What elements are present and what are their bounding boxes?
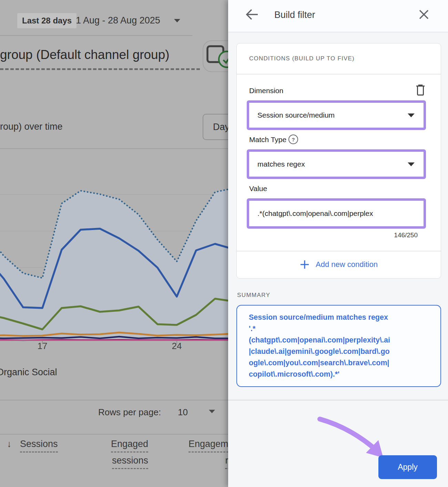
- dimension-dropdown[interactable]: Session source/medium: [247, 100, 426, 130]
- panel-header: Build filter: [228, 0, 448, 32]
- rows-per-page-value[interactable]: 10: [178, 407, 188, 418]
- value-input[interactable]: .*(chatgpt\.com|openai\.com|perplex: [247, 198, 426, 229]
- apply-button[interactable]: Apply: [378, 455, 437, 479]
- conditions-card: CONDITIONS (BUILD UP TO FIVE) Dimension …: [236, 43, 441, 279]
- plus-icon: [300, 260, 309, 269]
- previous-period-band-fill: [0, 189, 228, 341]
- header-divider: [0, 35, 192, 36]
- column-header-engagement-line2: rate: [225, 455, 228, 469]
- date-range-text[interactable]: 1 Aug - 28 Aug 2025: [76, 15, 160, 26]
- match-type-help-icon[interactable]: ?: [288, 135, 298, 144]
- value-input-text: .*(chatgpt\.com|openai\.com|perplex: [257, 209, 419, 218]
- magenta-series-line: [0, 340, 228, 340]
- pagination-divider: [0, 400, 228, 400]
- add-new-condition-button[interactable]: Add new condition: [237, 251, 441, 278]
- dimension-label: Dimension: [249, 87, 283, 95]
- back-arrow-icon[interactable]: [245, 8, 259, 21]
- chart-series: [0, 189, 228, 341]
- match-type-dropdown-value: matches regex: [257, 160, 408, 168]
- sort-descending-icon[interactable]: ↓: [7, 439, 12, 449]
- summary-line: |claude\.ai|gemini\.google\.com|bard\.go: [249, 346, 434, 357]
- match-type-dropdown[interactable]: matches regex: [247, 149, 426, 179]
- column-header-engagement-line1: Engagement: [189, 439, 228, 453]
- summary-line: Session source/medium matches regex: [249, 312, 434, 323]
- card-divider: [237, 74, 441, 74]
- column-header-engaged-line2: sessions: [112, 455, 148, 469]
- conditions-header: CONDITIONS (BUILD UP TO FIVE): [249, 55, 355, 62]
- table-top-divider: [0, 434, 228, 435]
- add-new-condition-label: Add new condition: [316, 260, 378, 269]
- date-range-caret-icon[interactable]: [174, 19, 180, 22]
- help-glyph: ?: [292, 137, 295, 142]
- chart-title: roup) over time: [0, 121, 63, 132]
- rows-per-page-label: Rows per page:: [98, 407, 161, 418]
- value-label: Value: [249, 185, 267, 193]
- page-title-dashed-underline: [0, 68, 200, 70]
- sessions-over-time-chart: [0, 148, 228, 346]
- page-title: group (Default channel group): [0, 48, 170, 62]
- column-header-engagement-rate[interactable]: Engagement rate: [172, 439, 228, 469]
- match-type-label: Match Type: [249, 136, 286, 144]
- summary-line: ogle\.com|you\.com|search\.brave\.com|: [249, 357, 434, 369]
- close-icon[interactable]: [418, 9, 429, 20]
- footer-divider: [228, 400, 448, 400]
- summary-line: (chatgpt\.com|openai\.com|perplexity\.ai: [249, 335, 434, 346]
- dimmed-report-area: Last 28 days 1 Aug - 28 Aug 2025 group (…: [0, 0, 228, 487]
- dimension-caret-icon: [408, 113, 415, 117]
- x-tick-label-24: 24: [166, 341, 187, 351]
- delete-condition-trash-icon[interactable]: [415, 84, 426, 96]
- match-type-caret-icon: [408, 162, 415, 166]
- dimension-dropdown-value: Session source/medium: [257, 111, 408, 119]
- column-header-engaged-line1: Engaged: [111, 439, 148, 453]
- build-filter-panel: Build filter CONDITIONS (BUILD UP TO FIV…: [228, 0, 448, 487]
- column-header-engaged-sessions[interactable]: Engaged sessions: [103, 439, 148, 469]
- green-check-circle-icon: [219, 51, 228, 67]
- x-tick-label-17: 17: [32, 341, 53, 351]
- panel-title: Build filter: [274, 10, 315, 20]
- filter-summary-box: Session source/medium matches regex'.*(c…: [236, 305, 441, 387]
- edit-comparison-icon[interactable]: [205, 43, 228, 70]
- summary-label: SUMMARY: [237, 292, 270, 299]
- date-range-badge: Last 28 days: [17, 13, 77, 28]
- summary-line: '.*: [249, 323, 434, 335]
- summary-line: copilot\.microsoft\.com).*': [249, 369, 434, 380]
- character-counter: 146/250: [359, 231, 418, 239]
- apply-button-label: Apply: [398, 463, 418, 472]
- rows-per-page-caret-icon[interactable]: [209, 410, 215, 413]
- granularity-button[interactable]: Day: [203, 114, 228, 140]
- column-header-sessions[interactable]: Sessions: [20, 439, 58, 453]
- legend-item-organic-social: Organic Social: [0, 367, 57, 378]
